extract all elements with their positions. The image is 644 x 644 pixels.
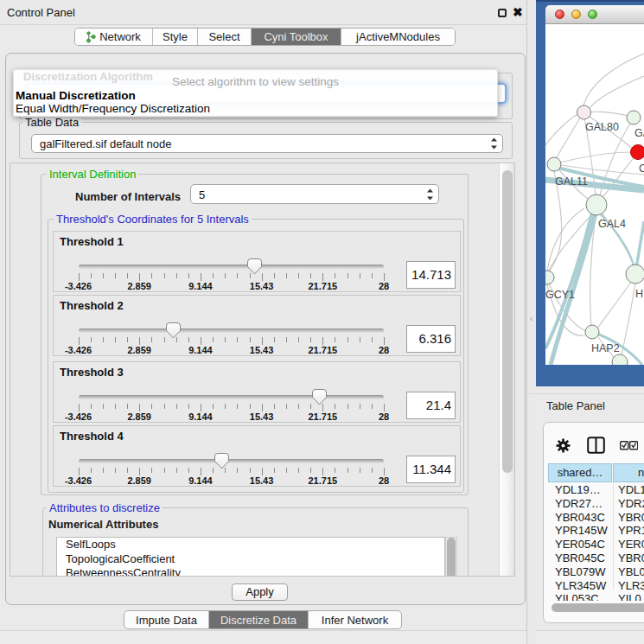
svg-text:HAP2: HAP2: [591, 342, 620, 354]
svg-text:GAL4: GAL4: [598, 218, 626, 230]
svg-text:H: H: [635, 288, 643, 300]
svg-text:GA: GA: [634, 127, 644, 139]
svg-text:GCY1: GCY1: [545, 289, 575, 301]
svg-text:GAL80: GAL80: [585, 121, 619, 133]
svg-text:C: C: [639, 163, 644, 175]
svg-text:GAL11: GAL11: [555, 175, 588, 188]
